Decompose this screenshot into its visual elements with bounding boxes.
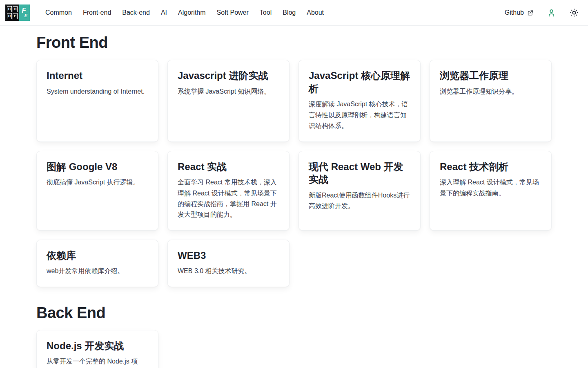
nav-item-front-end[interactable]: Front-end — [83, 9, 111, 16]
card-title: Node.js 开发实战 — [47, 339, 148, 352]
page-content: Front End Internet System understanding … — [36, 26, 552, 368]
section-back-end: Back End Node.js 开发实战 从零开发一个完整的 Node.js … — [36, 304, 552, 368]
card-description: 从零开发一个完整的 Node.js 项目。 — [47, 356, 148, 368]
section-title: Back End — [36, 304, 552, 322]
front-end-card-grid: Internet System understanding of Interne… — [36, 60, 552, 287]
nav-item-blog[interactable]: Blog — [283, 9, 296, 16]
course-card-javascript-core[interactable]: JavaScript 核心原理解析 深度解读 JavaScript 核心技术，语… — [298, 60, 421, 142]
card-title: Internet — [47, 69, 148, 82]
external-link-icon — [527, 9, 534, 16]
course-card-javascript-advanced[interactable]: Javascript 进阶实战 系统掌握 JavaScript 知识网络。 — [167, 60, 290, 142]
card-title: 现代 React Web 开发实战 — [309, 160, 410, 186]
course-card-dependencies[interactable]: 依赖库 web开发常用依赖库介绍。 — [36, 240, 158, 287]
course-card-web3[interactable]: WEB3 WEB 3.0 相关技术研究。 — [167, 240, 290, 287]
card-description: 系统掌握 JavaScript 知识网络。 — [178, 86, 279, 97]
site-logo[interactable]: C O D E F E — [5, 4, 30, 21]
card-description: 深入理解 React 设计模式，常见场景下的编程实战指南。 — [440, 177, 541, 199]
nav-item-tool[interactable]: Tool — [260, 9, 272, 16]
logo-fe-block: F E — [19, 4, 30, 21]
logo-letter: E — [13, 13, 18, 19]
card-title: JavaScript 核心原理解析 — [309, 69, 410, 95]
nav-item-back-end[interactable]: Back-end — [122, 9, 150, 16]
nav-item-about[interactable]: About — [307, 9, 324, 16]
card-description: 彻底搞懂 JavaScript 执行逻辑。 — [47, 177, 148, 188]
card-description: 新版React使用函数组件Hooks进行高效进阶开发。 — [309, 190, 410, 212]
course-card-google-v8[interactable]: 图解 Google V8 彻底搞懂 JavaScript 执行逻辑。 — [36, 151, 158, 231]
card-title: React 实战 — [178, 160, 279, 173]
logo-code-block: C O D E — [5, 4, 19, 21]
nav-item-ai[interactable]: AI — [161, 9, 167, 16]
logo-letter: C — [7, 6, 12, 12]
card-description: web开发常用依赖库介绍。 — [47, 266, 148, 276]
card-title: React 技术剖析 — [440, 160, 541, 173]
card-description: System understanding of Internet. — [47, 86, 148, 97]
theme-toggle-button[interactable] — [569, 8, 579, 18]
card-description: 全面学习 React 常用技术栈，深入理解 React 设计模式，常见场景下的编… — [178, 177, 279, 220]
card-title: WEB3 — [178, 249, 279, 262]
logo-letter: O — [13, 6, 18, 12]
course-card-browser[interactable]: 浏览器工作原理 浏览器工作原理知识分享。 — [430, 60, 552, 142]
logo-letter: D — [7, 13, 12, 19]
github-link[interactable]: Github — [505, 9, 534, 16]
user-icon — [547, 8, 556, 18]
section-front-end: Front End Internet System understanding … — [36, 34, 552, 287]
logo-letter: E — [24, 14, 27, 18]
course-card-internet[interactable]: Internet System understanding of Interne… — [36, 60, 158, 142]
user-button[interactable] — [547, 8, 556, 18]
back-end-card-grid: Node.js 开发实战 从零开发一个完整的 Node.js 项目。 — [36, 330, 552, 368]
main-nav: Common Front-end Back-end AI Algorithm S… — [45, 9, 324, 16]
github-label: Github — [505, 9, 524, 16]
course-card-react-practice[interactable]: React 实战 全面学习 React 常用技术栈，深入理解 React 设计模… — [167, 151, 290, 231]
section-title: Front End — [36, 34, 552, 52]
nav-item-soft-power[interactable]: Soft Power — [217, 9, 249, 16]
course-card-react-analysis[interactable]: React 技术剖析 深入理解 React 设计模式，常见场景下的编程实战指南。 — [430, 151, 552, 231]
sun-icon — [569, 8, 579, 18]
card-title: 依赖库 — [47, 249, 148, 262]
header-actions: Github — [505, 8, 579, 18]
top-navbar: C O D E F E Common Front-end Back-end AI… — [0, 0, 588, 26]
card-description: 浏览器工作原理知识分享。 — [440, 86, 541, 97]
course-card-modern-react[interactable]: 现代 React Web 开发实战 新版React使用函数组件Hooks进行高效… — [298, 151, 421, 231]
course-card-nodejs[interactable]: Node.js 开发实战 从零开发一个完整的 Node.js 项目。 — [36, 330, 158, 368]
card-title: 图解 Google V8 — [47, 160, 148, 173]
card-title: Javascript 进阶实战 — [178, 69, 279, 82]
card-description: 深度解读 JavaScript 核心技术，语言特性以及原理剖析，构建语言知识结构… — [309, 99, 410, 131]
card-description: WEB 3.0 相关技术研究。 — [178, 266, 279, 276]
nav-item-common[interactable]: Common — [45, 9, 72, 16]
card-title: 浏览器工作原理 — [440, 69, 541, 82]
nav-item-algorithm[interactable]: Algorithm — [178, 9, 206, 16]
